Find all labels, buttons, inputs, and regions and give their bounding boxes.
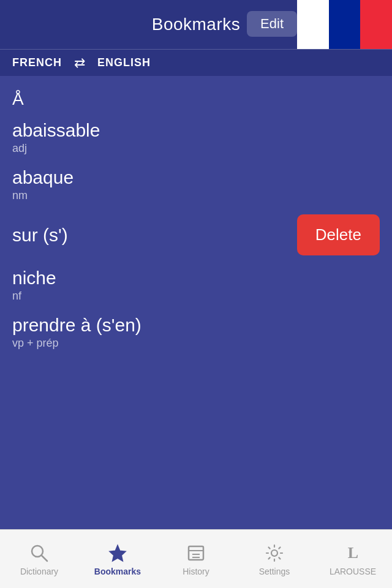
svg-marker-2 [110,546,126,561]
word-list: Å abaissable adj abaque nm sur (s') Dele… [0,76,392,532]
bottom-navigation: Dictionary Bookmarks History [0,529,392,588]
word-text: abaque [12,167,380,188]
nav-item-bookmarks[interactable]: Bookmarks [78,530,157,588]
larousse-letter: L [348,544,358,562]
history-icon [185,542,207,564]
nav-label-bookmarks: Bookmarks [94,567,141,576]
list-item[interactable]: niche nf [0,262,392,309]
lang-english[interactable]: ENGLISH [97,56,151,69]
svg-point-7 [271,550,277,556]
page-title: Bookmarks [152,15,241,34]
search-icon [28,542,50,564]
language-tabs: FRENCH ⇄ ENGLISH [0,49,392,76]
nav-item-settings[interactable]: Settings [235,530,314,588]
bookmarks-icon [107,542,129,564]
larousse-icon: L [342,542,364,564]
word-text: niche [12,268,380,288]
list-item[interactable]: prendre à (s'en) vp + prép [0,309,392,356]
word-content: prendre à (s'en) vp + prép [12,315,380,350]
flag-red [360,0,392,49]
word-text: sur (s') [12,225,291,246]
nav-label-larousse: LAROUSSE [330,567,376,576]
nav-item-larousse[interactable]: L LAROUSSE [314,530,392,588]
edit-button[interactable]: Edit [247,11,297,37]
word-content: niche nf [12,268,380,303]
svg-line-1 [42,556,47,561]
word-content: sur (s') [12,225,291,246]
nav-item-dictionary[interactable]: Dictionary [0,530,78,588]
word-content: abaque nm [12,167,380,202]
word-pos: nf [12,290,380,303]
list-item-with-delete[interactable]: sur (s') Delete [0,208,392,262]
flag-blue [329,0,361,49]
delete-button[interactable]: Delete [297,214,380,255]
section-header-a: Å [0,82,392,114]
nav-item-history[interactable]: History [157,530,235,588]
word-content: abaissable adj [12,120,380,155]
word-pos: nm [12,189,380,202]
lang-french[interactable]: FRENCH [12,56,62,69]
list-item[interactable]: abaissable adj [0,114,392,161]
word-text: prendre à (s'en) [12,315,380,336]
nav-label-settings: Settings [259,567,290,576]
header: Bookmarks Edit [0,0,392,49]
nav-label-history: History [183,567,209,576]
word-text: abaissable [12,120,380,141]
swap-arrows-icon[interactable]: ⇄ [74,55,85,71]
nav-label-dictionary: Dictionary [20,567,58,576]
word-pos: vp + prép [12,337,380,350]
word-pos: adj [12,142,380,155]
list-item[interactable]: abaque nm [0,161,392,208]
french-flag [297,0,392,49]
flag-white [297,0,329,49]
settings-icon [263,542,285,564]
